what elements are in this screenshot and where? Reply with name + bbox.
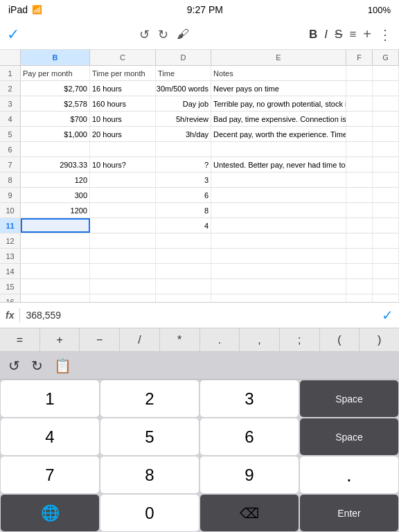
cell[interactable] (156, 279, 211, 294)
format-paint-button[interactable]: 🖌 (177, 27, 189, 42)
align-button[interactable]: ≡ (349, 28, 356, 42)
operator-btn[interactable]: * (160, 328, 200, 351)
cell[interactable] (346, 172, 373, 187)
cell[interactable]: Bad pay, time expensive. Connection is h… (211, 112, 346, 126)
confirm-button[interactable]: ✓ (7, 26, 19, 44)
cell[interactable]: 160 hours (90, 96, 156, 111)
cell[interactable] (90, 279, 156, 294)
cell[interactable] (90, 294, 156, 302)
formula-confirm-button[interactable]: ✓ (382, 307, 393, 323)
cell[interactable] (346, 66, 373, 80)
col-header-g[interactable]: G (373, 50, 399, 65)
cell[interactable]: Terrible pay, no growth potential, stock… (211, 96, 346, 111)
cell[interactable] (21, 279, 90, 294)
key-enter[interactable]: Enter (300, 495, 398, 531)
bold-button[interactable]: B (309, 28, 317, 42)
cell[interactable] (21, 218, 90, 233)
cell[interactable]: 6 (156, 188, 211, 202)
cell[interactable]: $1,000 (21, 127, 90, 141)
cell[interactable] (21, 249, 90, 263)
col-header-c[interactable]: C (90, 50, 156, 65)
operator-btn[interactable]: = (0, 328, 40, 351)
cell[interactable] (156, 233, 211, 248)
edit-paste-button[interactable]: 📋 (54, 357, 71, 374)
cell[interactable] (90, 233, 156, 248)
edit-undo-button[interactable]: ↺ (8, 357, 20, 374)
col-header-b[interactable]: B (21, 50, 90, 65)
cell[interactable]: 300 (21, 188, 90, 202)
key-4[interactable]: 4 (1, 418, 99, 455)
cell[interactable] (346, 249, 373, 263)
cell[interactable] (211, 249, 346, 263)
key-7[interactable]: 7 (1, 456, 99, 493)
cell[interactable] (346, 157, 373, 172)
cell[interactable] (373, 218, 399, 233)
cell[interactable]: 5h/review (156, 112, 211, 126)
cell[interactable] (90, 218, 156, 233)
cell[interactable]: Notes (211, 66, 346, 80)
cell[interactable]: $700 (21, 112, 90, 126)
cell[interactable] (373, 233, 399, 248)
cell[interactable] (373, 203, 399, 218)
key-6[interactable]: 6 (200, 418, 299, 455)
cell[interactable]: Pay per month (21, 66, 90, 80)
cell[interactable] (156, 264, 211, 278)
cell[interactable] (90, 249, 156, 263)
cell[interactable] (156, 142, 211, 157)
cell[interactable]: Decent pay, worth the experience. Time e… (211, 127, 346, 141)
redo-button[interactable]: ↻ (158, 27, 168, 42)
cell[interactable]: Time per month (90, 66, 156, 80)
cell[interactable] (346, 264, 373, 278)
cell[interactable] (373, 96, 399, 111)
cell[interactable] (90, 264, 156, 278)
formula-input[interactable] (26, 310, 376, 321)
cell[interactable] (373, 249, 399, 263)
key-3[interactable]: 3 (200, 380, 299, 417)
operator-btn[interactable]: ( (320, 328, 360, 351)
cell[interactable] (373, 157, 399, 172)
cell[interactable] (211, 218, 346, 233)
cell[interactable] (373, 112, 399, 126)
cell[interactable]: Never pays on time (211, 81, 346, 96)
key-space-1[interactable]: Space (300, 380, 398, 417)
cell[interactable] (156, 294, 211, 302)
cell[interactable] (156, 249, 211, 263)
cell[interactable] (346, 294, 373, 302)
cell[interactable] (21, 294, 90, 302)
key-space-2[interactable]: Space (300, 418, 398, 455)
cell[interactable] (346, 218, 373, 233)
cell[interactable] (90, 203, 156, 218)
key-5[interactable]: 5 (100, 418, 199, 455)
cell[interactable] (211, 142, 346, 157)
cell[interactable] (373, 172, 399, 187)
col-header-f[interactable]: F (346, 50, 373, 65)
operator-btn[interactable]: / (120, 328, 160, 351)
cell[interactable]: 10 hours? (90, 157, 156, 172)
cell[interactable] (211, 188, 346, 202)
cell[interactable]: Time (156, 66, 211, 80)
cell[interactable] (373, 294, 399, 302)
col-header-e[interactable]: E (211, 50, 346, 65)
cell[interactable] (211, 172, 346, 187)
operator-btn[interactable]: , (240, 328, 280, 351)
undo-button[interactable]: ↺ (139, 27, 150, 42)
operator-btn[interactable]: + (40, 328, 80, 351)
cell[interactable] (346, 112, 373, 126)
col-header-d[interactable]: D (156, 50, 211, 65)
cell[interactable] (211, 264, 346, 278)
cell[interactable] (346, 127, 373, 141)
cell[interactable] (21, 264, 90, 278)
italic-button[interactable]: I (324, 28, 328, 42)
cell[interactable] (90, 142, 156, 157)
cell[interactable]: 3h/day (156, 127, 211, 141)
cell[interactable] (21, 142, 90, 157)
cell[interactable]: 10 hours (90, 112, 156, 126)
cell[interactable] (373, 127, 399, 141)
cell[interactable] (21, 233, 90, 248)
cell[interactable] (373, 188, 399, 202)
operator-btn[interactable]: − (80, 328, 120, 351)
operator-btn[interactable]: . (200, 328, 240, 351)
cell[interactable]: 20 hours (90, 127, 156, 141)
cell[interactable]: $2,700 (21, 81, 90, 96)
operator-btn[interactable]: ; (280, 328, 320, 351)
